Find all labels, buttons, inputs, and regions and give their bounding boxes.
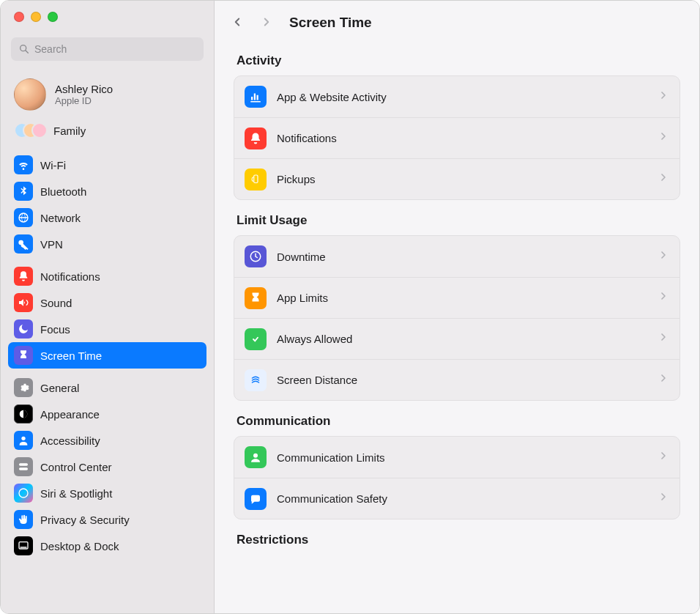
search-icon xyxy=(18,43,30,55)
settings-row-label: Communication Limits xyxy=(277,451,647,464)
section-title: Limit Usage xyxy=(237,213,677,228)
globe-icon xyxy=(14,208,33,227)
sidebar-item-label: Appearance xyxy=(40,408,100,421)
sidebar-item-bluetooth[interactable]: Bluetooth xyxy=(8,178,206,204)
sidebar-item-accessibility[interactable]: Accessibility xyxy=(8,427,206,454)
wifi-icon xyxy=(14,155,33,174)
settings-row-app-activity[interactable]: App & Website Activity xyxy=(234,76,679,117)
sidebar-item-appearance[interactable]: Appearance xyxy=(8,401,206,427)
sidebar-item-label: Family xyxy=(53,125,86,137)
chart-icon xyxy=(245,86,267,108)
chevron-right-icon xyxy=(658,450,669,465)
settings-row-commsafety[interactable]: Communication Safety xyxy=(234,478,679,519)
settings-row-label: Always Allowed xyxy=(277,333,647,345)
sidebar-item-siri[interactable]: Siri & Spotlight xyxy=(8,480,206,506)
waves-icon xyxy=(245,369,267,391)
sidebar-item-privacy[interactable]: Privacy & Security xyxy=(8,506,206,533)
settings-row-label: App & Website Activity xyxy=(277,91,647,103)
sidebar-item-label: Wi-Fi xyxy=(40,159,66,171)
account-subtitle: Apple ID xyxy=(55,95,113,106)
settings-row-applimits[interactable]: App Limits xyxy=(234,277,679,318)
chevron-right-icon xyxy=(658,171,669,187)
search-input[interactable]: Search xyxy=(11,37,204,61)
person-icon xyxy=(14,431,33,450)
chevron-right-icon xyxy=(658,372,669,388)
sidebar: Search Ashley Rico Apple ID Family xyxy=(1,1,215,613)
sidebar-item-focus[interactable]: Focus xyxy=(8,316,206,342)
settings-row-pickups[interactable]: Pickups xyxy=(234,158,679,199)
window-controls xyxy=(1,1,214,33)
settings-row-distance[interactable]: Screen Distance xyxy=(234,359,679,400)
settings-row-label: App Limits xyxy=(277,292,647,304)
dock-icon xyxy=(14,536,33,555)
settings-row-label: Notifications xyxy=(277,132,647,144)
moon-icon xyxy=(14,319,33,339)
hand-icon xyxy=(14,510,33,529)
title-bar: Screen Time xyxy=(215,1,699,45)
sidebar-item-label: VPN xyxy=(40,238,63,251)
sidebar-item-label: Control Center xyxy=(40,461,112,473)
sidebar-item-label: Screen Time xyxy=(40,349,102,362)
sidebar-item-sound[interactable]: Sound xyxy=(8,289,206,316)
section-title: Activity xyxy=(237,53,677,68)
sidebar-item-label: Accessibility xyxy=(40,434,100,447)
pickup-icon xyxy=(245,169,267,191)
sidebar-item-label: General xyxy=(40,382,79,394)
section-title: Restrictions xyxy=(237,533,677,547)
hourglass-icon xyxy=(245,287,267,309)
minimize-button[interactable] xyxy=(31,12,41,22)
settings-row-label: Downtime xyxy=(277,251,647,263)
sidebar-item-network[interactable]: Network xyxy=(8,204,206,231)
search-placeholder: Search xyxy=(34,43,67,55)
appearance-icon xyxy=(14,404,33,423)
sidebar-item-family[interactable]: Family xyxy=(8,115,206,146)
siri-icon xyxy=(14,484,33,503)
key-icon xyxy=(14,234,33,254)
chevron-right-icon xyxy=(658,249,669,265)
close-button[interactable] xyxy=(14,12,24,22)
sidebar-item-apple-id[interactable]: Ashley Rico Apple ID xyxy=(8,74,206,115)
sidebar-item-vpn[interactable]: VPN xyxy=(8,231,206,257)
gear-icon xyxy=(14,378,33,397)
settings-row-notifs[interactable]: Notifications xyxy=(234,117,679,158)
contact-icon xyxy=(245,446,267,468)
settings-window: Search Ashley Rico Apple ID Family xyxy=(0,0,700,614)
sidebar-item-screentime[interactable]: Screen Time xyxy=(8,342,206,369)
sidebar-item-general[interactable]: General xyxy=(8,374,206,401)
sidebar-item-label: Sound xyxy=(40,297,72,309)
bell-icon xyxy=(14,267,33,286)
settings-row-always[interactable]: Always Allowed xyxy=(234,318,679,359)
settings-row-label: Screen Distance xyxy=(277,374,647,386)
settings-row-commlimits[interactable]: Communication Limits xyxy=(234,437,679,478)
sidebar-item-label: Desktop & Dock xyxy=(40,540,119,552)
chevron-right-icon xyxy=(658,331,669,347)
sidebar-item-controlcenter[interactable]: Control Center xyxy=(8,454,206,480)
section-panel: Downtime App Limits Always Allowed Scree… xyxy=(234,235,680,401)
sidebar-item-label: Bluetooth xyxy=(40,185,86,198)
bluetooth-icon xyxy=(14,182,33,201)
switches-icon xyxy=(14,457,33,476)
nav-back-button[interactable] xyxy=(231,15,244,31)
main-content: Screen Time Activity App & Website Activ… xyxy=(215,1,699,613)
nav-forward-button[interactable] xyxy=(260,15,273,31)
sidebar-item-label: Network xyxy=(40,212,81,224)
family-icon xyxy=(14,119,46,142)
chevron-right-icon xyxy=(658,491,669,506)
speaker-icon xyxy=(14,293,33,312)
settings-row-label: Pickups xyxy=(277,173,647,185)
bell-icon xyxy=(245,127,267,149)
sidebar-item-label: Notifications xyxy=(40,270,100,283)
zoom-button[interactable] xyxy=(48,12,58,22)
account-name: Ashley Rico xyxy=(55,83,113,95)
check-icon xyxy=(245,328,267,350)
section-panel: App & Website Activity Notifications Pic… xyxy=(234,75,680,200)
chevron-right-icon xyxy=(658,130,669,146)
settings-row-downtime[interactable]: Downtime xyxy=(234,236,679,277)
sidebar-item-notifications[interactable]: Notifications xyxy=(8,263,206,289)
sidebar-item-wifi[interactable]: Wi-Fi xyxy=(8,152,206,178)
clock-icon xyxy=(245,245,267,267)
chevron-right-icon xyxy=(658,290,669,306)
sidebar-item-desktopdock[interactable]: Desktop & Dock xyxy=(8,533,206,559)
sidebar-item-label: Privacy & Security xyxy=(40,514,130,526)
avatar xyxy=(14,78,46,111)
